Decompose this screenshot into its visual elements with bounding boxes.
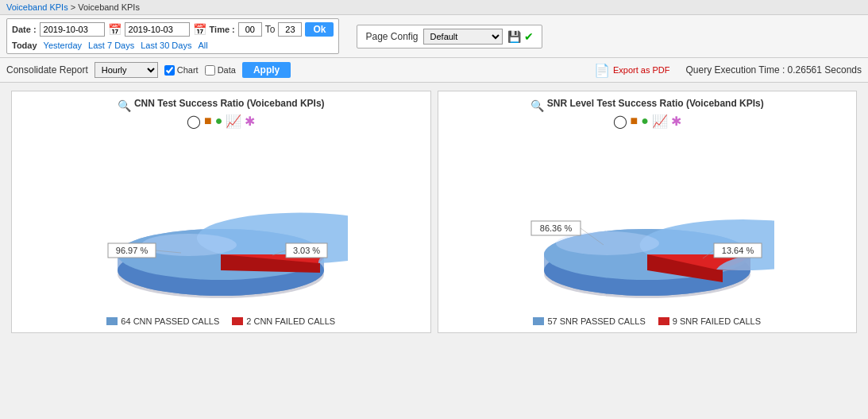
config-icons: 💾 ✔ xyxy=(507,30,534,43)
chart2-legend-failed: 9 SNR FAILED CALLS xyxy=(658,316,761,326)
today-link[interactable]: Today xyxy=(12,41,37,50)
time-label: Time : xyxy=(210,25,235,34)
query-time-label: Query Execution Time : 0.26561 Seconds xyxy=(686,64,862,76)
breadcrumb: Voiceband KPIs > Voiceband KPIs xyxy=(0,0,868,15)
chart1-icons: ◯ ■ ● 📈 ✱ xyxy=(187,114,255,129)
chart2-icon5[interactable]: ✱ xyxy=(671,114,681,129)
chart1-failed-color xyxy=(232,317,243,325)
chart2-icons: ◯ ■ ● 📈 ✱ xyxy=(613,114,681,129)
data-checkbox[interactable] xyxy=(205,65,215,76)
breadcrumb-current: Voiceband KPIs xyxy=(78,2,140,12)
report-controls: Consolidate Report Hourly Daily Weekly M… xyxy=(6,62,291,78)
chart1-pie-container: 96.97 % 3.03 % xyxy=(94,135,348,310)
chart1-legend-failed: 2 CNN FAILED CALLS xyxy=(232,316,335,326)
breadcrumb-parent[interactable]: Voiceband KPIs xyxy=(6,2,68,12)
chart-checkbox-group: Chart xyxy=(164,65,199,76)
time-to-label: To xyxy=(265,24,276,35)
chart2-icon2[interactable]: ■ xyxy=(631,114,638,129)
yesterday-link[interactable]: Yesterday xyxy=(44,41,83,50)
export-pdf-label: Export as PDF xyxy=(613,65,670,75)
chart2-legend-passed: 57 SNR PASSED CALLS xyxy=(533,316,645,326)
date-section: Date : 📅 📅 Time : To Ok Today Yesterday … xyxy=(6,18,339,54)
ok-button[interactable]: Ok xyxy=(305,22,334,37)
svg-text:86.36 %: 86.36 % xyxy=(540,223,573,233)
right-controls: 📄 Export as PDF Query Execution Time : 0… xyxy=(594,63,862,78)
chart1-icon2[interactable]: ■ xyxy=(204,114,212,129)
chart2-title: SNR Level Test Success Ratio (Voiceband … xyxy=(547,98,764,109)
chart2-legend-passed-label: 57 SNR PASSED CALLS xyxy=(547,316,645,326)
svg-text:13.64 %: 13.64 % xyxy=(722,246,754,255)
chart1-legend-passed-label: 64 CNN PASSED CALLS xyxy=(121,316,219,326)
time-from-input[interactable] xyxy=(238,22,262,37)
chart1-icon3[interactable]: ● xyxy=(215,114,223,129)
chart2-icon3[interactable]: ● xyxy=(641,114,649,129)
last30days-link[interactable]: Last 30 Days xyxy=(141,41,191,50)
date-label: Date : xyxy=(12,25,37,34)
last7days-link[interactable]: Last 7 Days xyxy=(88,41,134,50)
chart1-icon1[interactable]: ◯ xyxy=(187,114,201,129)
chart1-title: CNN Test Success Ratio (Voiceband KPIs) xyxy=(134,98,325,109)
toolbar-row1: Date : 📅 📅 Time : To Ok Today Yesterday … xyxy=(0,15,868,58)
chart2-zoom-icon[interactable]: 🔍 xyxy=(530,99,544,112)
chart2-icon4[interactable]: 📈 xyxy=(652,114,668,129)
chart2-legend-failed-label: 9 SNR FAILED CALLS xyxy=(673,316,761,326)
save-config-icon[interactable]: 💾 xyxy=(507,30,521,43)
chart1-zoom-icon[interactable]: 🔍 xyxy=(118,99,131,112)
chart2-pie-container: 86.36 % 13.64 % xyxy=(520,135,774,310)
chart2-panel: 🔍 SNR Level Test Success Ratio (Voiceban… xyxy=(438,91,858,333)
charts-container: 🔍 CNN Test Success Ratio (Voiceband KPIs… xyxy=(0,83,868,341)
date-from-input[interactable] xyxy=(40,22,105,37)
page-config-label: Page Config xyxy=(365,31,418,42)
chart1-icon5[interactable]: ✱ xyxy=(245,114,255,129)
data-checkbox-group: Data xyxy=(205,65,236,76)
consolidate-label: Consolidate Report xyxy=(6,64,88,76)
toolbar-row2: Consolidate Report Hourly Daily Weekly M… xyxy=(0,58,868,83)
chart-checkbox[interactable] xyxy=(164,65,175,76)
chart2-failed-color xyxy=(658,317,669,325)
pdf-icon: 📄 xyxy=(594,63,610,78)
chart1-panel: 🔍 CNN Test Success Ratio (Voiceband KPIs… xyxy=(11,91,431,333)
time-to-input[interactable] xyxy=(278,22,302,37)
chart1-svg: 96.97 % 3.03 % xyxy=(94,135,348,310)
chart-label: Chart xyxy=(177,65,199,75)
hourly-select[interactable]: Hourly Daily Weekly Monthly xyxy=(95,62,158,78)
data-label: Data xyxy=(218,65,236,75)
chart2-svg: 86.36 % 13.64 % xyxy=(520,135,774,310)
chart2-passed-color xyxy=(533,317,544,325)
chart1-icon4[interactable]: 📈 xyxy=(226,114,241,129)
page-config-section: Page Config Default Custom 💾 ✔ xyxy=(357,25,542,48)
calendar-to-icon[interactable]: 📅 xyxy=(193,23,206,36)
calendar-from-icon[interactable]: 📅 xyxy=(108,23,122,36)
export-pdf-button[interactable]: 📄 Export as PDF xyxy=(594,63,670,78)
chart2-icon1[interactable]: ◯ xyxy=(613,114,627,129)
svg-text:96.97 %: 96.97 % xyxy=(116,246,149,255)
chart1-passed-color xyxy=(106,317,118,325)
check-config-icon[interactable]: ✔ xyxy=(524,30,534,43)
chart2-legend: 57 SNR PASSED CALLS 9 SNR FAILED CALLS xyxy=(533,316,761,326)
quick-dates: Today Yesterday Last 7 Days Last 30 Days… xyxy=(12,41,334,50)
chart1-legend-passed: 64 CNN PASSED CALLS xyxy=(106,316,219,326)
apply-button[interactable]: Apply xyxy=(242,62,291,78)
svg-text:3.03 %: 3.03 % xyxy=(293,246,320,255)
date-to-input[interactable] xyxy=(125,22,190,37)
page-config-select[interactable]: Default Custom xyxy=(423,29,503,45)
breadcrumb-separator: > xyxy=(71,2,78,12)
all-link[interactable]: All xyxy=(198,41,207,50)
chart1-legend-failed-label: 2 CNN FAILED CALLS xyxy=(246,316,335,326)
chart1-legend: 64 CNN PASSED CALLS 2 CNN FAILED CALLS xyxy=(106,316,335,326)
